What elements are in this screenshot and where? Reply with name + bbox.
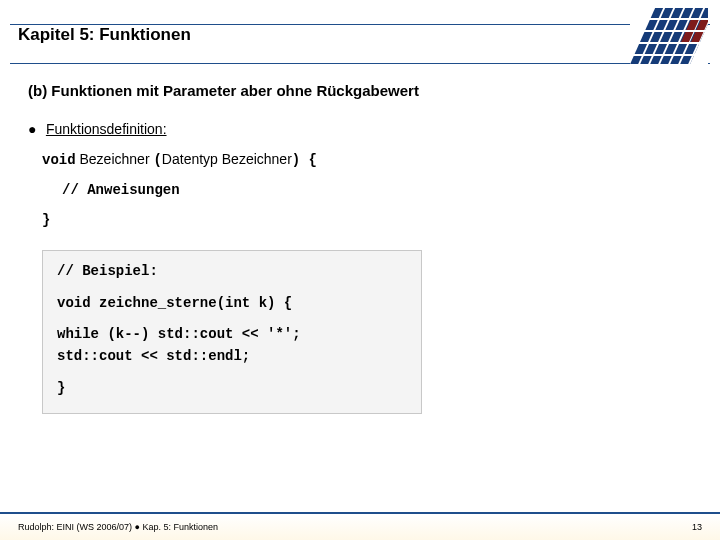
footer-left-text: Rudolph: EINI (WS 2006/07) ● Kap. 5: Fun… (18, 522, 218, 532)
header-rule-bottom (10, 63, 710, 64)
page-number: 13 (692, 522, 702, 532)
slide-body: (b) Funktionen mit Parameter aber ohne R… (0, 64, 720, 414)
syntax-brace-close: } (42, 212, 692, 228)
example-codeblock: // Beispiel: void zeichne_sterne(int k) … (42, 250, 422, 414)
syntax-line-1: void Bezeichner (Datentyp Bezeichner) { (42, 151, 692, 168)
section-subheading: (b) Funktionen mit Parameter aber ohne R… (28, 82, 692, 99)
keyword-void: void (42, 152, 76, 168)
logo-graphic (630, 6, 708, 64)
slide-footer: Rudolph: EINI (WS 2006/07) ● Kap. 5: Fun… (0, 512, 720, 540)
bullet-dot-icon: ● (28, 121, 42, 137)
identifier-text: Bezeichner (76, 151, 154, 167)
bullet-item: ● Funktionsdefinition: (28, 121, 692, 137)
param-text: Datentyp Bezeichner (162, 151, 292, 167)
example-line-5: } (57, 378, 407, 400)
example-line-2: void zeichne_sterne(int k) { (57, 293, 407, 315)
example-line-4: std::cout << std::endl; (57, 346, 407, 368)
chapter-title: Kapitel 5: Funktionen (0, 25, 720, 49)
slide-header: Kapitel 5: Funktionen (0, 0, 720, 64)
brace-open: { (300, 152, 317, 168)
bullet-label: Funktionsdefinition: (46, 121, 167, 137)
example-line-3: while (k--) std::cout << '*'; (57, 324, 407, 346)
paren-close: ) (292, 152, 300, 168)
example-line-1: // Beispiel: (57, 261, 407, 283)
syntax-body-comment: // Anweisungen (62, 182, 692, 198)
paren-open: ( (153, 152, 161, 168)
